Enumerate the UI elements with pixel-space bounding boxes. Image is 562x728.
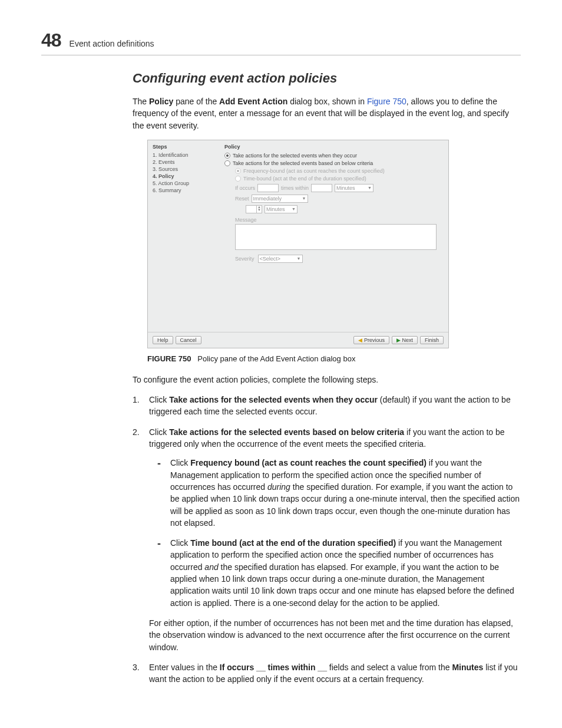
radio-selected-icon — [224, 153, 230, 159]
help-button[interactable]: Help — [153, 336, 173, 344]
step-summary[interactable]: 6. Summary — [153, 187, 217, 193]
page-header-title: Event action definitions — [70, 39, 154, 48]
radio-below-criteria[interactable]: Take actions for the selected events bas… — [224, 160, 442, 166]
dialog-screenshot: Steps 1. Identification 2. Events 3. Sou… — [147, 140, 449, 348]
intro-paragraph: The Policy pane of the Add Event Action … — [133, 95, 521, 131]
radio-empty-icon — [224, 160, 230, 166]
severity-dropdown[interactable]: <Select>▼ — [258, 255, 303, 263]
page-header: 48 Event action definitions — [41, 29, 521, 55]
step-1: Click Take actions for the selected even… — [133, 394, 521, 418]
page-number: 48 — [41, 29, 61, 51]
step-policy[interactable]: 4. Policy — [153, 173, 217, 179]
times-within-label: times within — [281, 185, 309, 191]
chevron-down-icon: ▼ — [368, 186, 372, 190]
next-button[interactable]: ▶ Next — [392, 336, 418, 344]
radio-when-occur-label: Take actions for the selected events whe… — [233, 153, 357, 159]
if-occurs-row: If occurs times within Minutes▼ — [235, 184, 442, 192]
if-occurs-label: If occurs — [235, 185, 255, 191]
reset-row: Reset Immediately▼ — [235, 195, 442, 203]
message-textarea[interactable] — [235, 224, 437, 250]
radio-empty-icon — [235, 176, 241, 182]
cancel-button[interactable]: Cancel — [176, 336, 201, 344]
policy-title: Policy — [224, 144, 442, 150]
radio-frequency-bound-label: Frequency-bound (act as count reaches th… — [243, 168, 385, 174]
radio-when-occur[interactable]: Take actions for the selected events whe… — [224, 153, 442, 159]
figure-caption: FIGURE 750 Policy pane of the Add Event … — [147, 354, 521, 363]
step-2: Click Take actions for the selected even… — [133, 426, 521, 653]
radio-selected-icon — [235, 168, 241, 174]
step-action-group[interactable]: 5. Action Group — [153, 180, 217, 186]
radio-time-bound[interactable]: Time-bound (act at the end of the durati… — [235, 176, 442, 182]
step-2-sub-2: Click Time bound (act at the end of the … — [149, 537, 521, 609]
step-events[interactable]: 2. Events — [153, 159, 217, 165]
reset-dropdown[interactable]: Immediately▼ — [252, 195, 308, 203]
minutes-dropdown[interactable]: Minutes▼ — [335, 184, 373, 192]
section-heading: Configuring event action policies — [133, 71, 521, 86]
step-2-sub-1: Click Frequency bound (act as count reac… — [149, 457, 521, 529]
reset-minutes-row: ▲▼ Minutes▼ — [246, 205, 442, 213]
within-value-input[interactable] — [311, 184, 332, 192]
chevron-down-icon: ▼ — [302, 196, 306, 200]
step-identification[interactable]: 1. Identification — [153, 152, 217, 158]
chevron-down-icon: ▼ — [292, 207, 296, 211]
reset-unit-dropdown[interactable]: Minutes▼ — [265, 205, 297, 213]
reset-label: Reset — [235, 196, 249, 202]
policy-panel: Policy Take actions for the selected eve… — [222, 140, 448, 332]
reset-minutes-spinner[interactable]: ▲▼ — [246, 205, 262, 213]
figure-link[interactable]: Figure 750 — [367, 97, 406, 106]
occurs-count-input[interactable] — [257, 184, 279, 192]
step-2-note: For either option, if the number of occu… — [149, 617, 521, 653]
steps-panel: Steps 1. Identification 2. Events 3. Sou… — [148, 140, 222, 332]
step-3: Enter values in the If occurs __ times w… — [133, 661, 521, 686]
radio-frequency-bound[interactable]: Frequency-bound (act as count reaches th… — [235, 168, 442, 174]
steps-title: Steps — [153, 144, 217, 150]
chevron-down-icon: ▼ — [297, 256, 301, 261]
message-label: Message — [235, 217, 442, 223]
lead-in: To configure the event action policies, … — [133, 374, 521, 386]
severity-label: Severity — [235, 256, 254, 262]
finish-button[interactable]: Finish — [420, 336, 444, 344]
step-sources[interactable]: 3. Sources — [153, 166, 217, 172]
severity-row: Severity <Select>▼ — [235, 255, 442, 263]
dialog-button-bar: Help Cancel ◀ Previous ▶ Next Finish — [148, 332, 448, 348]
radio-below-criteria-label: Take actions for the selected events bas… — [233, 160, 373, 166]
previous-button[interactable]: ◀ Previous — [353, 336, 389, 344]
radio-time-bound-label: Time-bound (act at the end of the durati… — [243, 176, 366, 182]
